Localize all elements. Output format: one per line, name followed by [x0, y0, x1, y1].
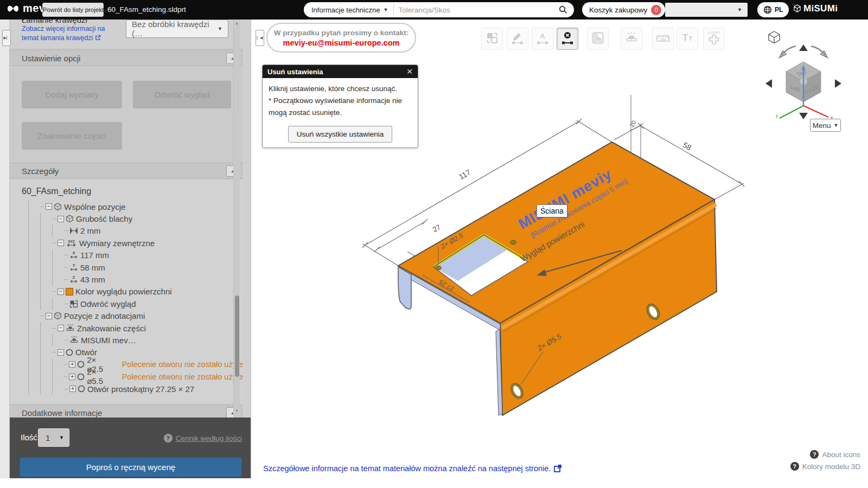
svg-text:123: 123 [660, 38, 666, 41]
collapse-node-icon[interactable]: − [58, 325, 64, 331]
tree-item[interactable]: X117 mm [10, 249, 243, 261]
invert-appearance-button[interactable]: Odwróć wygląd [133, 81, 231, 108]
chevron-down-icon: ▼ [833, 123, 838, 128]
tree-item[interactable]: −AZnakowanie części [10, 322, 243, 334]
tree-guide [52, 383, 64, 395]
svg-text:A: A [540, 32, 545, 40]
contact-email-link[interactable]: meviy-eu@misumi-europe.com [267, 38, 415, 47]
tree-guide [28, 213, 40, 224]
tree-item[interactable]: Odwróć wygląd [10, 298, 243, 310]
rotate-up-icon[interactable] [799, 44, 808, 51]
add-dimensions-button[interactable]: Dodaj wymiary [22, 81, 122, 108]
rotate-left-icon[interactable] [780, 46, 796, 57]
search-input[interactable] [394, 6, 559, 14]
toolbar-text-dimension-button[interactable]: A [532, 28, 553, 50]
tree-guide-stub [52, 243, 56, 243]
tree-item[interactable]: −Pozycje z adnotacjami [10, 310, 243, 322]
toolbar-part-marking-button[interactable]: A [621, 28, 642, 50]
quantity-select[interactable]: 1 ▼ [38, 428, 69, 447]
scroll-up-icon[interactable]: ▲ [234, 21, 240, 25]
language-button[interactable]: PL [757, 2, 789, 17]
width-icon [69, 227, 78, 234]
scrollbar-thumb[interactable] [235, 296, 239, 377]
collapse-node-icon[interactable]: − [46, 203, 52, 210]
edge-info-link[interactable]: Zobacz więcej informacji na temat łamani… [22, 24, 119, 43]
delete-all-settings-button[interactable]: Usuń wszystkie ustawienia [288, 126, 393, 143]
file-title: 60_FAsm_etching.sldprt [107, 5, 186, 14]
panel-collapse-handle[interactable]: ▏◀ [256, 30, 264, 46]
tree-item[interactable]: Z43 mm [10, 273, 243, 285]
site-select[interactable]: ▼ [665, 3, 748, 17]
tree-guide [28, 201, 40, 213]
collapse-node-icon[interactable]: − [58, 349, 64, 356]
scroll-down-icon[interactable]: ▼ [234, 409, 240, 413]
tree-item-label: Grubość blachy [76, 214, 132, 223]
tree-item[interactable]: −XYZWymiary zewnętrzne [10, 237, 243, 249]
tree-item[interactable]: −Wspólne pozycje [10, 201, 243, 213]
rotate-down-icon[interactable] [799, 113, 808, 119]
part-left-flange-face[interactable] [398, 267, 411, 309]
toolbar-hole-position-button[interactable] [587, 28, 609, 50]
tree-item[interactable]: +Otwór prostokątny 27.25 × 27 [10, 383, 243, 395]
expand-node-icon[interactable]: + [69, 361, 75, 368]
expand-node-icon[interactable]: + [69, 374, 75, 380]
rotate-right-arrow-icon[interactable] [835, 79, 841, 88]
small-hole[interactable] [510, 240, 516, 244]
tree-item[interactable]: 2 mm [10, 225, 243, 237]
toolbar-edit-dimension-button[interactable] [507, 28, 528, 50]
toolbar-invert-appearance-button[interactable] [481, 28, 503, 50]
tree-guide [40, 249, 52, 261]
tree-item[interactable]: +2× ⌀5.5Polecenie otworu nie zostało uży… [10, 370, 243, 382]
svg-text:Z: Z [73, 275, 75, 279]
close-icon[interactable]: ✕ [406, 67, 413, 76]
tree-item[interactable]: −Grubość blachy [10, 213, 243, 224]
misumi-logo[interactable]: MiSUMi [793, 3, 838, 14]
toolbar-delete-dimension-button[interactable] [557, 28, 578, 50]
tree-item[interactable]: −Otwór [10, 346, 243, 358]
rotate-left-arrow-icon[interactable] [765, 79, 772, 88]
tree-guide [40, 298, 52, 310]
dim-length-label[interactable]: 117 [457, 168, 473, 181]
isometric-view-icon[interactable] [769, 31, 780, 43]
search-icon[interactable] [559, 5, 567, 14]
sidebar-collapse-handle[interactable]: ▶▏ [2, 30, 11, 46]
external-link-icon [95, 34, 101, 43]
back-to-projects-button[interactable]: ← Powrót do listy projektów [42, 3, 104, 17]
view-menu-button[interactable]: Menu ▼ [810, 119, 841, 132]
expand-node-icon[interactable]: + [69, 386, 76, 392]
dim-edge-offset-label[interactable]: 20 [628, 119, 637, 128]
sidebar-scrollbar[interactable]: ▲ ▼ [233, 20, 240, 418]
search-category-select[interactable]: Informacje techniczne ▼ [304, 6, 393, 14]
toolbar-six-views-button[interactable]: 6VIEWS [703, 28, 725, 50]
model-colors-link[interactable]: ? Kolory modelu 3D [790, 462, 860, 471]
svg-text:T: T [682, 33, 688, 43]
part-marking-button[interactable]: Znakowanie części [22, 122, 122, 150]
collapse-node-icon[interactable]: − [58, 216, 64, 222]
tree-item[interactable]: −Kolor wyglądu powierzchni [10, 286, 243, 298]
collapse-node-icon[interactable]: − [58, 288, 64, 295]
tree-item[interactable]: Y58 mm [10, 261, 243, 273]
dim-hole-offset-label[interactable]: 27 [431, 223, 442, 234]
tree-guide [40, 334, 52, 346]
svg-text:X: X [73, 251, 75, 255]
tree-root-label[interactable]: 60_FAsm_etching [10, 187, 243, 196]
collapse-node-icon[interactable]: − [46, 313, 52, 319]
about-icons-link[interactable]: ? About icons [790, 450, 860, 459]
materials-info-link[interactable]: Szczegółowe informacje na temat materiał… [263, 464, 561, 473]
edge-treatment-select[interactable]: Bez obróbki krawędzi (… ▼ [126, 20, 228, 38]
tree-item[interactable]: AMISUMI mev… [10, 334, 243, 346]
small-hole[interactable] [436, 266, 442, 269]
cart-button[interactable]: Koszyk zakupowy 0 [582, 2, 665, 17]
tree-guide [40, 383, 52, 395]
popup-header[interactable]: Usuń ustawienia ✕ [263, 65, 418, 78]
pricing-by-quantity-link[interactable]: ? Cennik według ilości [164, 434, 242, 442]
tree-item-label: 117 mm [80, 251, 109, 260]
toolbar-measure-button[interactable]: 123 [652, 28, 674, 50]
request-quote-button[interactable]: Poproś o ręczną wycenę [20, 457, 242, 477]
tree-item[interactable]: +2× ⌀2.5Polecenie otworu nie zostało uży… [10, 358, 243, 370]
toolbar-text-button[interactable]: TT [676, 28, 698, 50]
collapse-node-icon[interactable]: − [58, 240, 64, 246]
options-section-header[interactable]: Ustawienie opcji ▲ [10, 50, 243, 66]
rotate-right-icon[interactable] [811, 46, 827, 57]
details-section-header[interactable]: Szczegóły ▲ [10, 163, 243, 179]
